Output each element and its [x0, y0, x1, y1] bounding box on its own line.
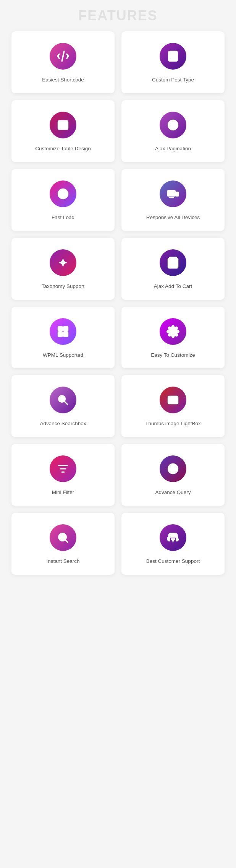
feature-label: Custom Post Type	[152, 76, 194, 84]
feature-label: Ajax Add To Cart	[154, 283, 192, 290]
feature-card-mini-filter: Mini Filter	[11, 444, 115, 506]
feature-label: Easy To Customize	[151, 352, 195, 359]
feature-card-wpml-supported: WPML Supported	[11, 307, 115, 369]
feature-card-instant-search: Instant Search	[11, 513, 115, 575]
cart-icon	[160, 249, 186, 276]
feature-card-taxonomy-support: Taxonomy Support	[11, 238, 115, 300]
feature-card-ajax-add-to-cart: Ajax Add To Cart	[121, 238, 225, 300]
searchbox-icon	[50, 387, 76, 413]
lightbox-icon	[160, 387, 186, 413]
svg-point-17	[173, 471, 174, 472]
feature-card-thumbs-image-lightbox: Thumbs image LightBox	[121, 375, 225, 437]
svg-rect-9	[63, 327, 68, 331]
post-icon	[160, 43, 186, 70]
feature-card-easy-to-customize: Easy To Customize	[121, 307, 225, 369]
feature-card-best-customer-support: Best Customer Support	[121, 513, 225, 575]
svg-rect-11	[63, 332, 68, 336]
filter-icon	[50, 455, 76, 482]
feature-label: Ajax Pagination	[155, 145, 191, 153]
feature-label: Thumbs image LightBox	[145, 420, 201, 427]
responsive-icon	[160, 180, 186, 207]
svg-rect-5	[168, 190, 175, 196]
shortcode-icon	[50, 43, 76, 70]
feature-card-custom-post-type: Custom Post Type	[121, 31, 225, 93]
feature-card-advance-query: Advance Query	[121, 444, 225, 506]
svg-rect-1	[58, 121, 68, 130]
feature-card-customize-table-design: Customize Table Design	[11, 100, 115, 162]
feature-card-advance-searchbox: Advance Searchbox	[11, 375, 115, 437]
support-icon	[160, 524, 186, 551]
search-icon	[50, 524, 76, 551]
feature-label: Taxonomy Support	[42, 283, 85, 290]
feature-label: Customize Table Design	[35, 145, 91, 153]
feature-card-fast-load: Fast Load	[11, 169, 115, 231]
speed-icon	[50, 180, 76, 207]
customize-icon	[160, 318, 186, 345]
svg-rect-8	[58, 327, 62, 331]
taxonomy-icon	[50, 249, 76, 276]
feature-label: Easiest Shortcode	[42, 76, 84, 84]
svg-rect-6	[176, 192, 178, 196]
feature-label: Fast Load	[52, 214, 74, 221]
svg-rect-10	[58, 332, 62, 336]
feature-label: WPML Supported	[43, 352, 83, 359]
feature-card-easiest-shortcode: Easiest Shortcode	[11, 31, 115, 93]
wpml-icon	[50, 318, 76, 345]
feature-label: Instant Search	[46, 558, 79, 565]
table-icon	[50, 112, 76, 138]
feature-label: Advance Searchbox	[40, 420, 86, 427]
section-title: Features	[11, 8, 225, 24]
pagination-icon	[160, 112, 186, 138]
feature-card-responsive-all-devices: Responsive All Devices	[121, 169, 225, 231]
page-wrapper: Features Easiest ShortcodeCustom Post Ty…	[0, 0, 236, 586]
feature-label: Best Customer Support	[146, 558, 200, 565]
feature-label: Advance Query	[155, 489, 191, 496]
features-grid: Easiest ShortcodeCustom Post TypeCustomi…	[11, 31, 225, 575]
feature-label: Responsive All Devices	[146, 214, 200, 221]
svg-point-15	[170, 398, 171, 399]
feature-label: Mini Filter	[52, 489, 74, 496]
feature-card-ajax-pagination: Ajax Pagination	[121, 100, 225, 162]
query-icon	[160, 455, 186, 482]
svg-point-7	[61, 261, 65, 264]
